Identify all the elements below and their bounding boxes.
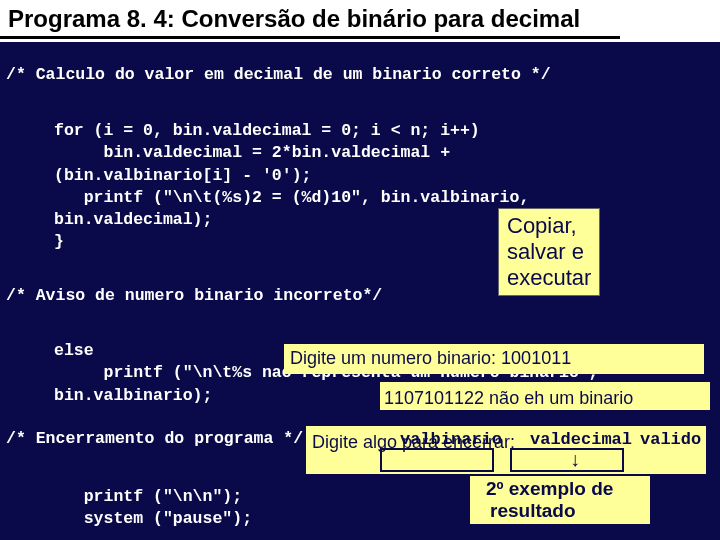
box-valdecimal <box>510 448 624 472</box>
callout-copy: Copiar, salvar e executar <box>498 208 600 296</box>
overlay-example-2: resultado <box>490 500 576 522</box>
overlay-example-1: 2º exemplo de <box>486 478 613 500</box>
overlay-result-b: 1107101122 não eh um binario <box>384 388 633 409</box>
overlay-valdecimal: valdecimal <box>530 430 632 449</box>
slide-title: Programa 8. 4: Conversão de binário para… <box>6 4 584 35</box>
code-comment-2: /* Aviso de numero binario incorreto*/ <box>6 285 382 307</box>
overlay-valbinario: valbinario <box>400 430 502 449</box>
overlay-valido: valido <box>640 430 701 449</box>
arrow-down-icon: ↓ <box>570 448 580 471</box>
code-block-3: printf ("\n\n"); system ("pause"); <box>54 486 252 531</box>
code-comment-1: /* Calculo do valor em decimal de um bin… <box>6 64 551 86</box>
title-underline <box>0 36 620 39</box>
box-valbinario <box>380 448 494 472</box>
overlay-digite-1: Digite um numero binario: 1001011 <box>290 348 571 369</box>
code-comment-3: /* Encerramento do programa */ <box>6 428 303 450</box>
